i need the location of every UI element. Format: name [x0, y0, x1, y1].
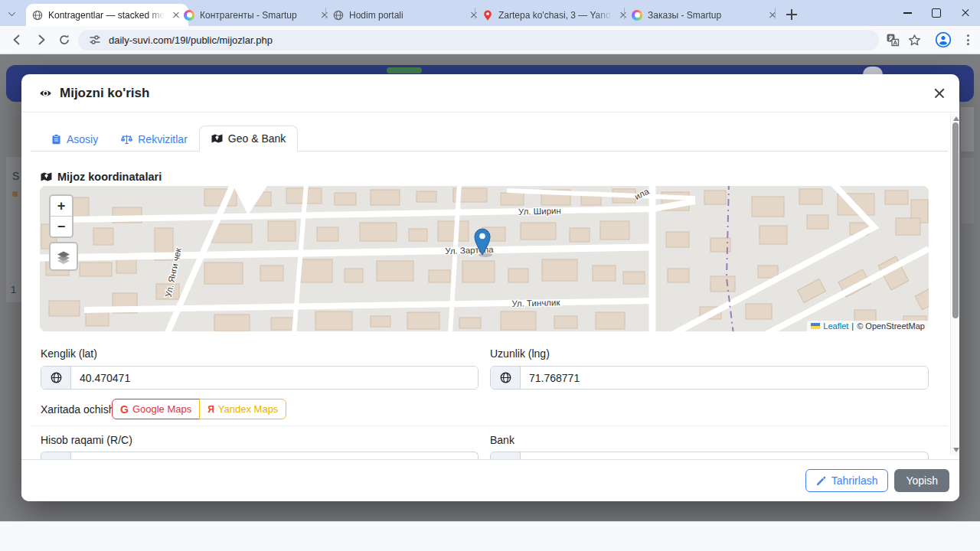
zoom-out-button[interactable]: −	[51, 216, 72, 236]
map-building	[212, 224, 252, 243]
window-maximize-button[interactable]	[922, 0, 951, 26]
map-building	[317, 227, 338, 241]
map-attribution: Leaflet | © OpenStreetMap	[807, 321, 929, 331]
browser-tab-1[interactable]: Kontragentlar — stacked modal	[26, 4, 188, 26]
forward-button[interactable]	[32, 31, 51, 49]
url-bar[interactable]: daily-suvi.com/19l/public/mijozlar.php	[78, 30, 879, 51]
new-tab-button[interactable]	[782, 5, 801, 24]
open-map-buttons: G Google Maps Я Yandex Maps	[112, 399, 286, 419]
map-building	[459, 318, 481, 328]
tab-separator	[325, 8, 326, 19]
globe-icon	[32, 10, 43, 21]
map-pin-icon	[41, 171, 52, 182]
google-g-icon: G	[120, 403, 129, 416]
lng-input[interactable]	[521, 367, 928, 389]
lat-label: Kenglik (lat)	[41, 347, 97, 360]
map-building	[407, 312, 439, 329]
section-title-text: Mijoz koordinatalari	[57, 171, 162, 183]
bank-input-group[interactable]	[490, 452, 929, 459]
map-building	[268, 221, 296, 241]
tab-rekvizitlar[interactable]: Rekvizitlar	[109, 127, 199, 152]
lng-label: Uzunlik (lng)	[490, 347, 550, 360]
map-building	[554, 316, 577, 328]
window-close-button[interactable]	[951, 0, 980, 26]
map-building	[521, 223, 556, 240]
browser-tab-5[interactable]: Заказы - Smartup	[626, 4, 785, 26]
map-building	[508, 269, 528, 282]
clipboard-icon	[51, 134, 61, 145]
account-input-group[interactable]	[41, 452, 479, 459]
map-building	[501, 311, 536, 330]
yandex-maps-button[interactable]: Я Yandex Maps	[199, 399, 286, 419]
browser-menu-icon[interactable]	[959, 31, 976, 48]
map-building	[371, 190, 400, 205]
leaflet-map[interactable]: Ул. Ширин Ул. Зартепа Ул. Тинчлик Ул. Ян…	[40, 186, 929, 331]
tab-label: Geo & Bank	[228, 132, 286, 145]
map-building	[596, 312, 625, 329]
modal-tabs: Asosiy Rekvizitlar Geo & Bank	[31, 125, 948, 152]
scroll-down-arrow[interactable]	[953, 448, 959, 452]
leaflet-link[interactable]: Leaflet	[823, 321, 848, 331]
tab-search-icon[interactable]	[8, 9, 17, 15]
modal-close-icon[interactable]	[932, 86, 947, 101]
map-building	[746, 304, 772, 319]
bookmark-star-icon[interactable]	[906, 31, 923, 48]
map-building	[49, 301, 80, 316]
scrollbar-thumb[interactable]	[952, 122, 959, 318]
profile-avatar-icon[interactable]	[935, 31, 952, 48]
tab-separator	[775, 8, 776, 19]
map-building	[570, 228, 590, 242]
map-zoom-control: + −	[49, 194, 74, 238]
tab-asosiy[interactable]: Asosiy	[40, 127, 109, 152]
lng-input-group	[490, 366, 929, 390]
background-button-fragment	[387, 67, 422, 73]
browser-tab-3[interactable]: Hodim portali	[327, 4, 486, 26]
translate-icon[interactable]	[884, 31, 901, 48]
edit-button[interactable]: Tahrirlash	[805, 469, 889, 492]
browser-tab-2[interactable]: Контрагенты - Smartup	[178, 4, 337, 26]
ukraine-flag-icon	[811, 323, 820, 329]
map-building	[600, 221, 629, 240]
edit-button-label: Tahrirlash	[831, 474, 878, 487]
close-button[interactable]: Yopish	[894, 469, 949, 492]
map-building	[885, 191, 908, 204]
input-prefix	[491, 452, 521, 459]
osm-link[interactable]: © OpenStreetMap	[857, 321, 925, 331]
browser-tab-4[interactable]: Zartepa ko'chasi, 3 — Yandex X	[476, 4, 635, 26]
map-building	[896, 218, 920, 235]
zoom-in-button[interactable]: +	[51, 196, 72, 216]
map-building	[593, 266, 616, 281]
tab-label: Rekvizitlar	[138, 133, 188, 145]
scroll-up-arrow[interactable]	[953, 116, 959, 121]
site-settings-icon[interactable]	[89, 34, 101, 46]
lat-input[interactable]	[71, 367, 478, 389]
background-text-fragment: S	[12, 170, 19, 182]
globe-icon	[41, 367, 71, 389]
map-building	[371, 316, 390, 327]
map-building	[429, 270, 450, 282]
section-title: Mijoz koordinatalari	[41, 171, 162, 183]
back-button[interactable]	[8, 31, 26, 49]
map-building	[462, 261, 495, 282]
map-building	[758, 266, 778, 278]
street-label: Ул. Тинчлик	[511, 298, 560, 308]
map-building	[260, 266, 283, 281]
yandex-pin-icon	[482, 10, 493, 21]
map-building	[704, 191, 726, 204]
tab-geo-bank[interactable]: Geo & Bank	[199, 126, 299, 152]
map-pin-icon	[211, 133, 223, 144]
tab-title: Zartepa ko'chasi, 3 — Yandex X	[498, 10, 612, 21]
window-minimize-button[interactable]	[893, 0, 922, 26]
reload-button[interactable]	[55, 31, 74, 49]
modal-scrollbar[interactable]	[950, 113, 959, 455]
map-layers-button[interactable]	[49, 242, 78, 271]
map-building	[86, 312, 109, 326]
map-building	[799, 189, 822, 204]
tab-title: Заказы - Smartup	[648, 10, 761, 21]
google-maps-button[interactable]: G Google Maps	[112, 399, 200, 419]
smartup-icon	[184, 10, 194, 21]
modal-title: Mijozni ko'rish	[60, 86, 149, 101]
tab-close-icon[interactable]	[766, 9, 779, 21]
tab-label: Asosiy	[67, 133, 98, 145]
background-card-fragment	[961, 158, 974, 223]
